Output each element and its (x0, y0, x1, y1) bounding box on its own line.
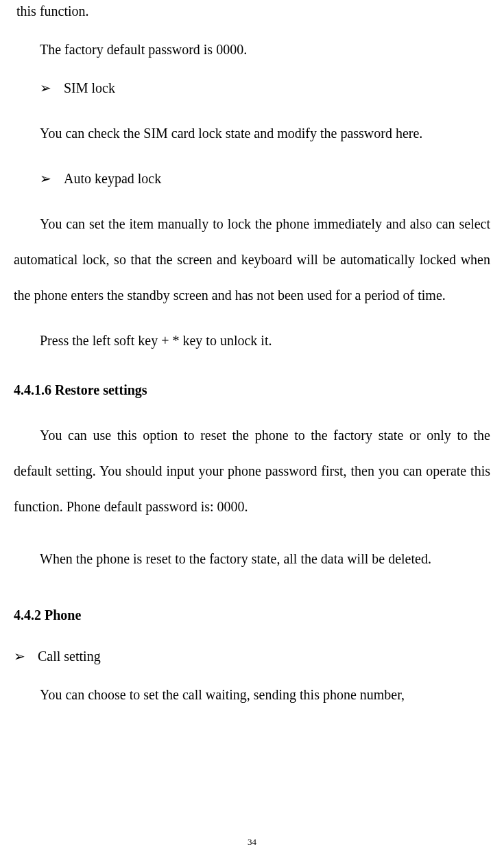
paragraph-unlock: Press the left soft key + * key to unloc… (14, 329, 490, 351)
page-content: this function. The factory default passw… (14, 0, 490, 706)
paragraph-restore-1: You can use this option to reset the pho… (14, 417, 490, 524)
bullet-call-setting-label: Call setting (38, 645, 101, 667)
bullet-sim-lock: ➢ SIM lock (14, 77, 490, 99)
paragraph-factory-default: The factory default password is 0000. (14, 38, 490, 60)
triangle-bullet-icon: ➢ (40, 167, 51, 189)
paragraph-restore-2: When the phone is reset to the factory s… (14, 541, 490, 577)
bullet-call-setting: ➢ Call setting (14, 645, 490, 667)
bullet-auto-keypad: ➢ Auto keypad lock (14, 167, 490, 189)
triangle-bullet-icon: ➢ (14, 645, 25, 667)
heading-phone: 4.4.2 Phone (14, 604, 490, 626)
paragraph-fragment-top: this function. (14, 0, 490, 22)
bullet-auto-keypad-label: Auto keypad lock (64, 167, 161, 189)
triangle-bullet-icon: ➢ (40, 77, 51, 99)
heading-restore-settings: 4.4.1.6 Restore settings (14, 379, 490, 401)
bullet-sim-lock-label: SIM lock (64, 77, 115, 99)
page-number: 34 (0, 837, 504, 848)
paragraph-auto-keypad: You can set the item manually to lock th… (14, 206, 490, 313)
paragraph-sim-lock: You can check the SIM card lock state an… (14, 115, 490, 151)
paragraph-call-setting: You can choose to set the call waiting, … (14, 684, 490, 706)
